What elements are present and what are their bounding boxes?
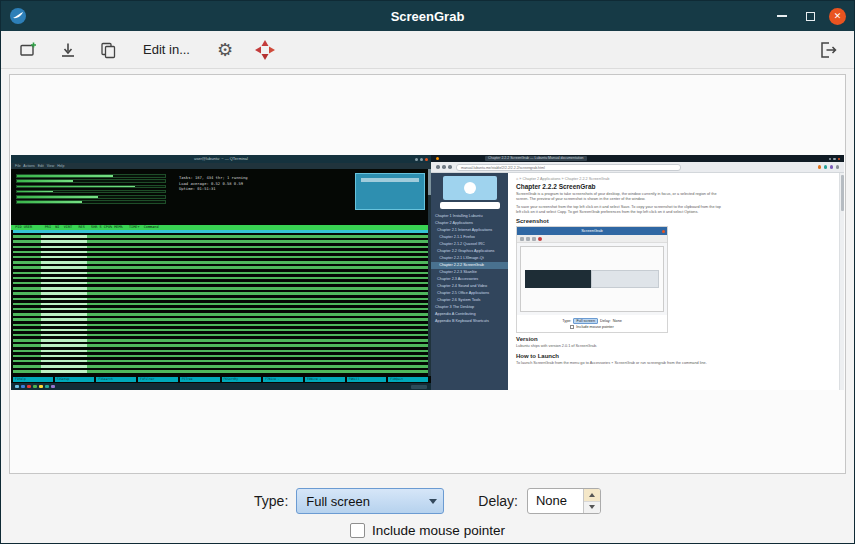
thumb-htop-fkey: F9Kill [347,377,387,382]
thumb-terminal-popup [355,173,425,210]
thumb-doc-nav-item: Chapter 2.5 Office Applications [431,290,508,297]
thumb-doc-nav-item: Chapter 2 Applications [431,220,508,227]
thumb-embedded-screengrab-image: ScreenGrab Type: [516,226,668,333]
thumb-lubuntu-manual-logo [443,176,497,200]
thumb-doc-heading-version: Version [516,336,833,342]
edit-in-button[interactable]: Edit in... [133,37,200,62]
include-pointer-checkbox[interactable] [350,523,365,538]
exit-door-icon [817,40,837,60]
thumb-urlbar: manual.lubuntu.me/stable/2/2.2/2.2.2/scr… [456,164,681,171]
thumb-extension-icon [830,165,834,169]
delay-value: None [528,489,583,513]
thumb-doc-nav-item: Chapter 2.2.3 Skanlite [431,269,508,276]
thumb-browser-scrollbar [839,173,844,390]
thumb-htop-stats: Tasks: 187, 434 thr; 1 runningLoad avera… [179,175,248,192]
thumb-htop-fkey: F8Nice + [305,377,345,382]
thumb-doc-nav-item: Chapter 1 Installing Lubuntu [431,213,508,220]
thumb-embedded-delay-label: Delay: [600,319,611,323]
thumb-forward-icon [442,165,446,169]
quit-button[interactable] [812,36,842,64]
close-button[interactable]: ✕ [829,8,846,25]
preview-area: user@lubuntu: ~ — QTerminal File Actions… [9,74,846,474]
thumb-htop-fkey: F7Nice - [263,377,303,382]
minimize-icon [777,15,787,17]
include-pointer-label[interactable]: Include mouse pointer [372,523,505,538]
thumb-htop-process-rows [13,230,428,376]
thumb-embedded-titlebar: ScreenGrab [517,227,667,235]
settings-button[interactable]: ⚙ [210,36,240,64]
spin-down-button[interactable] [584,502,600,514]
screengrab-logo-button[interactable] [250,36,280,64]
save-button[interactable] [53,36,83,64]
thumb-firefox-icon [436,157,439,160]
maximize-icon [806,12,815,21]
copy-icon [98,40,118,60]
thumb-terminal-window: user@lubuntu: ~ — QTerminal File Actions… [11,155,431,390]
thumb-htop-stat-line: Tasks: 187, 434 thr; 1 running [179,175,248,181]
thumb-panel-app-icon [45,385,49,389]
delay-spinbox[interactable]: None [527,488,601,514]
thumb-htop-fkey: F6SortBy [222,377,262,382]
thumb-menu-icon [836,165,840,169]
thumb-doc-nav-item: Chapter 2.4 Sound and Video [431,283,508,290]
thumb-embedded-pointer-label: Include mouse pointer [576,325,613,329]
thumb-panel-menu-icon [15,385,19,389]
spinner-buttons [583,489,600,513]
thumb-embedded-preview-area [517,243,667,315]
thumb-doc-nav-item: Appendix A Contributing [431,311,508,318]
type-combobox[interactable]: Full screen [296,488,444,514]
thumb-reload-icon [448,165,452,169]
minimize-button[interactable] [773,7,791,25]
thumb-doc-page-title: Chapter 2.2.2 ScreenGrab [516,183,833,190]
thumb-htop-user-column [41,230,87,376]
screenshot-preview[interactable]: user@lubuntu: ~ — QTerminal File Actions… [11,155,844,390]
thumb-doc-nav-item: Chapter 2.2 Graphics Applications [431,248,508,255]
thumb-browser-tabbar: Chapter 2.2.2 ScreenGrab — Lubuntu Manua… [431,155,844,162]
delay-label: Delay: [478,493,518,509]
thumb-htop-cursor-row [13,230,428,233]
thumb-doc-nav-item: Chapter 2.3 Accessories [431,276,508,283]
thumb-doc-search-box [440,202,500,209]
thumb-doc-paragraph: To save your screenshot from the top lef… [516,205,721,216]
thumb-terminal-titlebar: user@lubuntu: ~ — QTerminal [11,155,431,163]
thumb-htop-fkey: F4Filter [138,377,178,382]
thumb-panel-app-icon [21,385,25,389]
screengrab-window: ScreenGrab ✕ Edit in. [0,0,855,544]
type-delay-row: Type: Full screen Delay: None [1,488,854,514]
window-controls: ✕ [773,7,846,25]
thumb-doc-paragraph: Lubuntu ships with version 2.0.1 of Scre… [516,344,721,349]
thumb-browser-tab: Chapter 2.2.2 ScreenGrab — Lubuntu Manua… [485,156,587,161]
thumb-doc-paragraph: ScreenGrab is a program to take screensh… [516,192,721,203]
thumb-panel-clock [411,385,427,389]
thumb-browser-content: Chapter 1 Installing LubuntuChapter 2 Ap… [431,173,844,390]
spin-up-button[interactable] [584,489,600,502]
thumb-doc-sidebar: Chapter 1 Installing LubuntuChapter 2 Ap… [431,173,508,390]
thumb-doc-nav-item: Appendix B Keyboard Shortcuts [431,318,508,325]
thumb-doc-breadcrumb: ⌂ » Chapter 2 Applications » Chapter 2.2… [516,177,833,181]
thumb-terminal-window-buttons [415,158,428,161]
thumb-browser-toolbar: manual.lubuntu.me/stable/2/2.2/2.2.2/scr… [431,162,844,173]
thumb-terminal-scrollbar [428,169,431,376]
thumb-htop-fkey: F1Help [13,377,53,382]
chevron-down-icon [423,494,443,508]
thumb-doc-nav-item: Chapter 2.2.2 ScreenGrab [431,262,508,269]
thumb-desktop-panel [11,383,431,390]
copy-button[interactable] [93,36,123,64]
thumb-doc-nav-item: Chapter 2.1 Internet Applications [431,227,508,234]
thumb-terminal-title: user@lubuntu: ~ — QTerminal [11,155,431,163]
new-screenshot-button[interactable] [13,36,43,64]
save-download-icon [58,40,78,60]
thumb-doc-paragraph: To launch ScreenGrab from the menu go to… [516,361,721,366]
thumb-doc-heading-launch: How to Launch [516,353,833,359]
thumb-embedded-type-combo: Full screen [573,318,598,324]
gear-icon: ⚙ [217,41,233,59]
thumb-back-icon [436,165,440,169]
titlebar[interactable]: ScreenGrab ✕ [1,1,854,31]
thumb-doc-nav-item: Chapter 2.1.1 Firefox [431,234,508,241]
thumb-htop-cpu-meters [16,174,166,206]
window-title: ScreenGrab [1,9,854,24]
thumb-browser-window: Chapter 2.2.2 ScreenGrab — Lubuntu Manua… [431,155,844,390]
thumb-htop-function-keys: F1HelpF2SetupF3SearchF4FilterF5TreeF6Sor… [13,377,428,382]
maximize-button[interactable] [801,7,819,25]
type-label: Type: [254,493,288,509]
